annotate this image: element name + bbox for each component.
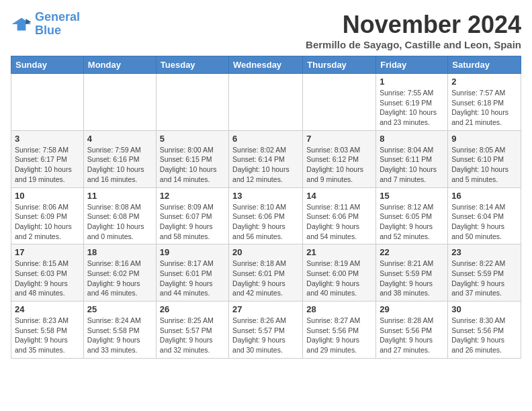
calendar-cell: 9Sunrise: 8:05 AM Sunset: 6:10 PM Daylig…: [448, 130, 521, 187]
logo-bird-icon: [11, 13, 32, 35]
calendar-cell: [229, 74, 303, 131]
calendar-week-row: 3Sunrise: 7:58 AM Sunset: 6:17 PM Daylig…: [11, 130, 521, 187]
day-info: Sunrise: 8:27 AM Sunset: 5:56 PM Dayligh…: [306, 316, 372, 355]
day-info: Sunrise: 8:11 AM Sunset: 6:06 PM Dayligh…: [306, 202, 372, 242]
header-thursday: Thursday: [303, 56, 376, 74]
day-info: Sunrise: 8:23 AM Sunset: 5:58 PM Dayligh…: [15, 316, 80, 355]
header-sunday: Sunday: [11, 56, 84, 74]
calendar-cell: [156, 74, 228, 131]
day-number: 27: [232, 304, 299, 314]
day-number: 9: [451, 134, 517, 144]
day-number: 26: [160, 304, 225, 314]
calendar-cell: 23Sunrise: 8:22 AM Sunset: 5:59 PM Dayli…: [448, 244, 521, 302]
day-number: 18: [87, 247, 152, 257]
calendar-cell: 6Sunrise: 8:02 AM Sunset: 6:14 PM Daylig…: [229, 130, 303, 187]
calendar-cell: 29Sunrise: 8:28 AM Sunset: 5:56 PM Dayli…: [376, 302, 448, 359]
calendar-cell: 28Sunrise: 8:27 AM Sunset: 5:56 PM Dayli…: [303, 302, 376, 359]
day-number: 19: [160, 247, 225, 257]
day-number: 25: [87, 304, 152, 314]
logo: General Blue: [11, 11, 80, 38]
calendar-cell: 5Sunrise: 8:00 AM Sunset: 6:15 PM Daylig…: [156, 130, 228, 187]
calendar-cell: 26Sunrise: 8:25 AM Sunset: 5:57 PM Dayli…: [156, 302, 228, 359]
calendar-table: Sunday Monday Tuesday Wednesday Thursday…: [11, 56, 521, 359]
day-info: Sunrise: 7:55 AM Sunset: 6:19 PM Dayligh…: [380, 88, 444, 128]
day-info: Sunrise: 8:16 AM Sunset: 6:02 PM Dayligh…: [87, 259, 152, 298]
header-saturday: Saturday: [448, 56, 521, 74]
day-number: 14: [306, 191, 372, 201]
day-number: 6: [232, 134, 299, 144]
day-number: 8: [380, 134, 444, 144]
calendar-cell: 11Sunrise: 8:08 AM Sunset: 6:08 PM Dayli…: [83, 187, 156, 244]
day-info: Sunrise: 8:02 AM Sunset: 6:14 PM Dayligh…: [232, 145, 299, 185]
calendar-cell: 20Sunrise: 8:18 AM Sunset: 6:01 PM Dayli…: [229, 244, 303, 302]
day-info: Sunrise: 8:10 AM Sunset: 6:06 PM Dayligh…: [232, 202, 299, 242]
day-number: 13: [232, 191, 299, 201]
day-number: 10: [15, 191, 80, 201]
calendar-cell: 24Sunrise: 8:23 AM Sunset: 5:58 PM Dayli…: [11, 302, 84, 359]
calendar-cell: 19Sunrise: 8:17 AM Sunset: 6:01 PM Dayli…: [156, 244, 228, 302]
day-number: 24: [15, 304, 80, 314]
day-number: 2: [451, 77, 517, 87]
calendar-cell: 7Sunrise: 8:03 AM Sunset: 6:12 PM Daylig…: [303, 130, 376, 187]
title-block: November 2024 Bermillo de Sayago, Castil…: [306, 11, 521, 50]
calendar-cell: 3Sunrise: 7:58 AM Sunset: 6:17 PM Daylig…: [11, 130, 84, 187]
calendar-cell: 18Sunrise: 8:16 AM Sunset: 6:02 PM Dayli…: [83, 244, 156, 302]
calendar-cell: 14Sunrise: 8:11 AM Sunset: 6:06 PM Dayli…: [303, 187, 376, 244]
day-info: Sunrise: 8:08 AM Sunset: 6:08 PM Dayligh…: [87, 202, 152, 242]
calendar-cell: 4Sunrise: 7:59 AM Sunset: 6:16 PM Daylig…: [83, 130, 156, 187]
calendar-cell: 1Sunrise: 7:55 AM Sunset: 6:19 PM Daylig…: [376, 74, 448, 131]
day-number: 11: [87, 191, 152, 201]
calendar-cell: 22Sunrise: 8:21 AM Sunset: 5:59 PM Dayli…: [376, 244, 448, 302]
day-info: Sunrise: 8:05 AM Sunset: 6:10 PM Dayligh…: [451, 145, 517, 185]
calendar-cell: 8Sunrise: 8:04 AM Sunset: 6:11 PM Daylig…: [376, 130, 448, 187]
calendar-cell: 16Sunrise: 8:14 AM Sunset: 6:04 PM Dayli…: [448, 187, 521, 244]
header-monday: Monday: [83, 56, 156, 74]
day-info: Sunrise: 8:24 AM Sunset: 5:58 PM Dayligh…: [87, 316, 152, 355]
calendar-week-row: 10Sunrise: 8:06 AM Sunset: 6:09 PM Dayli…: [11, 187, 521, 244]
day-info: Sunrise: 8:14 AM Sunset: 6:04 PM Dayligh…: [451, 202, 517, 242]
day-info: Sunrise: 8:12 AM Sunset: 6:05 PM Dayligh…: [380, 202, 444, 242]
calendar-cell: [83, 74, 156, 131]
day-number: 22: [380, 247, 444, 257]
calendar-week-row: 1Sunrise: 7:55 AM Sunset: 6:19 PM Daylig…: [11, 74, 521, 131]
day-info: Sunrise: 8:30 AM Sunset: 5:56 PM Dayligh…: [451, 316, 517, 355]
day-number: 28: [306, 304, 372, 314]
calendar-week-row: 17Sunrise: 8:15 AM Sunset: 6:03 PM Dayli…: [11, 244, 521, 302]
day-info: Sunrise: 8:00 AM Sunset: 6:15 PM Dayligh…: [160, 145, 225, 185]
calendar-cell: 15Sunrise: 8:12 AM Sunset: 6:05 PM Dayli…: [376, 187, 448, 244]
svg-marker-0: [12, 17, 32, 30]
day-number: 12: [160, 191, 225, 201]
page-header: General Blue November 2024 Bermillo de S…: [11, 11, 521, 50]
day-info: Sunrise: 8:06 AM Sunset: 6:09 PM Dayligh…: [15, 202, 80, 242]
day-number: 15: [380, 191, 444, 201]
day-number: 4: [87, 134, 152, 144]
day-info: Sunrise: 8:25 AM Sunset: 5:57 PM Dayligh…: [160, 316, 225, 355]
day-info: Sunrise: 8:21 AM Sunset: 5:59 PM Dayligh…: [380, 259, 444, 298]
calendar-header-row: Sunday Monday Tuesday Wednesday Thursday…: [11, 56, 521, 74]
day-info: Sunrise: 8:19 AM Sunset: 6:00 PM Dayligh…: [306, 259, 372, 298]
header-tuesday: Tuesday: [156, 56, 228, 74]
day-number: 23: [451, 247, 517, 257]
header-wednesday: Wednesday: [229, 56, 303, 74]
calendar-cell: [11, 74, 84, 131]
calendar-cell: 17Sunrise: 8:15 AM Sunset: 6:03 PM Dayli…: [11, 244, 84, 302]
day-info: Sunrise: 8:18 AM Sunset: 6:01 PM Dayligh…: [232, 259, 299, 298]
day-info: Sunrise: 7:58 AM Sunset: 6:17 PM Dayligh…: [15, 145, 80, 185]
calendar-cell: 13Sunrise: 8:10 AM Sunset: 6:06 PM Dayli…: [229, 187, 303, 244]
day-number: 20: [232, 247, 299, 257]
calendar-cell: 10Sunrise: 8:06 AM Sunset: 6:09 PM Dayli…: [11, 187, 84, 244]
day-info: Sunrise: 8:15 AM Sunset: 6:03 PM Dayligh…: [15, 259, 80, 298]
logo-text: General Blue: [35, 11, 80, 38]
day-number: 3: [15, 134, 80, 144]
day-number: 21: [306, 247, 372, 257]
day-number: 29: [380, 304, 444, 314]
month-title: November 2024: [306, 11, 521, 39]
calendar-cell: 12Sunrise: 8:09 AM Sunset: 6:07 PM Dayli…: [156, 187, 228, 244]
calendar-cell: 25Sunrise: 8:24 AM Sunset: 5:58 PM Dayli…: [83, 302, 156, 359]
day-info: Sunrise: 7:59 AM Sunset: 6:16 PM Dayligh…: [87, 145, 152, 185]
day-info: Sunrise: 7:57 AM Sunset: 6:18 PM Dayligh…: [451, 88, 517, 128]
calendar-cell: 2Sunrise: 7:57 AM Sunset: 6:18 PM Daylig…: [448, 74, 521, 131]
day-number: 5: [160, 134, 225, 144]
day-info: Sunrise: 8:28 AM Sunset: 5:56 PM Dayligh…: [380, 316, 444, 355]
day-number: 30: [451, 304, 517, 314]
